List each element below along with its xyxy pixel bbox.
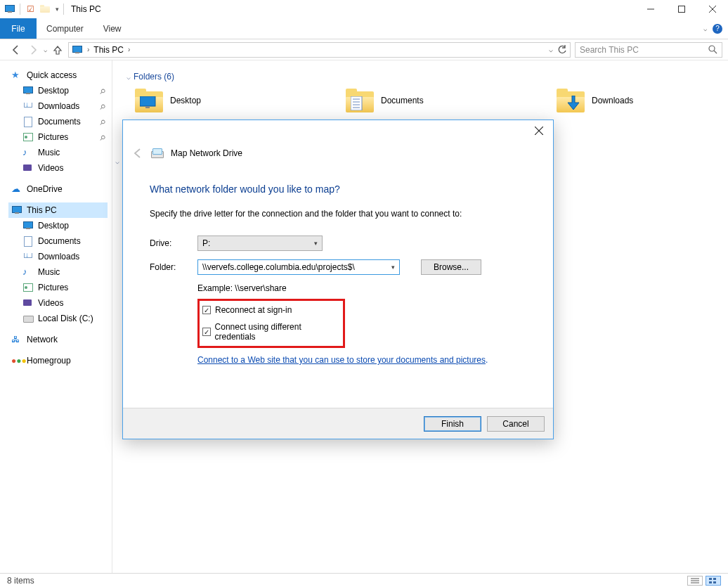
tree-qa-videos[interactable]: Videos [8, 160, 108, 176]
address-dropdown-icon[interactable]: ⌵ [549, 46, 553, 53]
qat-new-folder-icon[interactable] [40, 4, 51, 15]
folder-documents[interactable]: Documents [346, 89, 500, 112]
folder-downloads[interactable]: Downloads [557, 89, 711, 112]
tree-pc-music[interactable]: ♪ Music [8, 264, 108, 280]
tree-label: OneDrive [27, 184, 63, 194]
address-location[interactable]: This PC [93, 45, 124, 55]
tree-network[interactable]: 🖧 Network [8, 332, 108, 347]
refresh-button[interactable] [557, 45, 567, 55]
finish-label: Finish [441, 419, 464, 429]
tab-file[interactable]: File [0, 18, 37, 39]
finish-button[interactable]: Finish [424, 416, 481, 432]
breadcrumb-chevron-icon[interactable]: › [87, 46, 89, 53]
network-drive-icon [151, 148, 164, 158]
tree-pc-downloads[interactable]: Downloads [8, 249, 108, 264]
qat-properties-icon[interactable]: ☑ [25, 4, 36, 15]
network-icon: 🖧 [11, 335, 22, 344]
folders-group-header[interactable]: ⌵ Folders (6) [126, 72, 717, 82]
tree-label: Desktop [38, 86, 69, 96]
tree-pc-documents[interactable]: Documents [8, 233, 108, 249]
tree-qa-music[interactable]: ♪ Music [8, 145, 108, 160]
tree-qa-downloads[interactable]: Downloads ⚲ [8, 98, 108, 114]
tree-onedrive[interactable]: ☁ OneDrive [8, 181, 108, 197]
tree-label: Documents [38, 236, 81, 246]
view-large-icons-button[interactable] [706, 576, 721, 586]
tree-local-disk[interactable]: Local Disk (C:) [8, 311, 108, 326]
tree-qa-documents[interactable]: Documents ⚲ [8, 114, 108, 129]
music-icon: ♪ [22, 148, 34, 157]
view-details-button[interactable] [687, 576, 703, 586]
tree-label: Quick access [27, 70, 77, 80]
group-header-label: Folders (6) [134, 72, 174, 82]
desktop-icon [22, 221, 34, 231]
cancel-button[interactable]: Cancel [487, 416, 545, 432]
search-icon [708, 45, 717, 54]
window-close-button[interactable] [697, 0, 728, 18]
star-icon: ★ [11, 70, 22, 80]
document-icon [22, 117, 34, 127]
window-maximize-button[interactable] [666, 0, 697, 18]
tab-computer[interactable]: Computer [37, 18, 93, 39]
browse-button[interactable]: Browse... [421, 259, 481, 275]
window-title: This PC [71, 4, 101, 14]
address-bar[interactable]: › This PC › ⌵ [68, 42, 571, 58]
ribbon-expand-button[interactable]: ⌵ [703, 25, 707, 32]
pin-icon: ⚲ [98, 86, 107, 96]
folder-label: Desktop [170, 96, 201, 105]
tree-qa-desktop[interactable]: Desktop ⚲ [8, 83, 108, 98]
svg-rect-19 [713, 581, 716, 583]
svg-point-4 [709, 46, 715, 51]
tree-label: Music [38, 148, 60, 157]
dialog-close-button[interactable] [525, 120, 553, 141]
drive-label: Drive: [150, 238, 190, 248]
pin-icon: ⚲ [98, 133, 107, 142]
download-icon [22, 252, 34, 262]
tree-label: Homegroup [27, 356, 71, 366]
help-icon[interactable]: ? [713, 24, 722, 34]
tree-homegroup[interactable]: ●●● Homegroup [8, 353, 108, 368]
dialog-header: Map Network Drive [123, 141, 553, 165]
folder-path-input[interactable]: \\vervefs.college.columbia.edu\projects$… [197, 259, 400, 275]
disk-icon [22, 314, 34, 323]
breadcrumb-chevron-icon-2[interactable]: › [128, 46, 130, 53]
credentials-label: Connect using different credentials [215, 322, 339, 342]
search-input[interactable]: Search This PC [575, 42, 722, 58]
qat-separator-2 [63, 4, 64, 15]
tree-quick-access[interactable]: ★ Quick access [8, 67, 108, 83]
checkbox-checked-icon: ✓ [202, 306, 211, 314]
tree-label: Music [38, 267, 60, 277]
nav-back-button[interactable] [10, 44, 22, 56]
search-placeholder: Search This PC [580, 45, 639, 55]
svg-rect-1 [679, 6, 685, 12]
navigation-bar: ⌵ › This PC › ⌵ Search This PC [0, 39, 728, 60]
svg-rect-6 [140, 96, 155, 106]
tree-label: Local Disk (C:) [38, 314, 93, 323]
tree-this-pc[interactable]: This PC [8, 202, 108, 218]
download-icon [22, 101, 34, 111]
tab-view[interactable]: View [93, 18, 131, 39]
nav-forward-button[interactable] [27, 44, 39, 56]
tree-pc-desktop[interactable]: Desktop [8, 218, 108, 233]
nav-recent-dropdown[interactable]: ⌵ [44, 46, 47, 53]
folder-desktop[interactable]: Desktop [135, 89, 290, 112]
pin-icon: ⚲ [98, 102, 107, 111]
dialog-title: Map Network Drive [171, 148, 242, 158]
dialog-back-button[interactable] [131, 147, 144, 160]
tree-pc-videos[interactable]: Videos [8, 295, 108, 311]
window-minimize-button[interactable] [635, 0, 666, 18]
reconnect-checkbox-row[interactable]: ✓ Reconnect at sign-in [202, 305, 339, 315]
qat-customize-dropdown[interactable]: ▾ [56, 6, 59, 13]
tree-label: Downloads [38, 252, 79, 262]
dialog-titlebar [123, 120, 553, 141]
dialog-heading: What network folder would you like to ma… [150, 183, 526, 195]
tree-qa-pictures[interactable]: Pictures ⚲ [8, 129, 108, 145]
connect-website-link[interactable]: Connect to a Web site that you can use t… [197, 355, 486, 365]
tree-pc-pictures[interactable]: Pictures [8, 280, 108, 295]
folder-example-text: Example: \\server\share [197, 283, 526, 293]
chevron-icon: ⌵ [115, 157, 119, 165]
folder-label: Documents [381, 96, 424, 105]
credentials-checkbox-row[interactable]: ✓ Connect using different credentials [202, 322, 339, 342]
pictures-icon [22, 283, 34, 292]
drive-select[interactable]: P: ▾ [197, 236, 323, 251]
nav-up-button[interactable] [51, 45, 64, 55]
